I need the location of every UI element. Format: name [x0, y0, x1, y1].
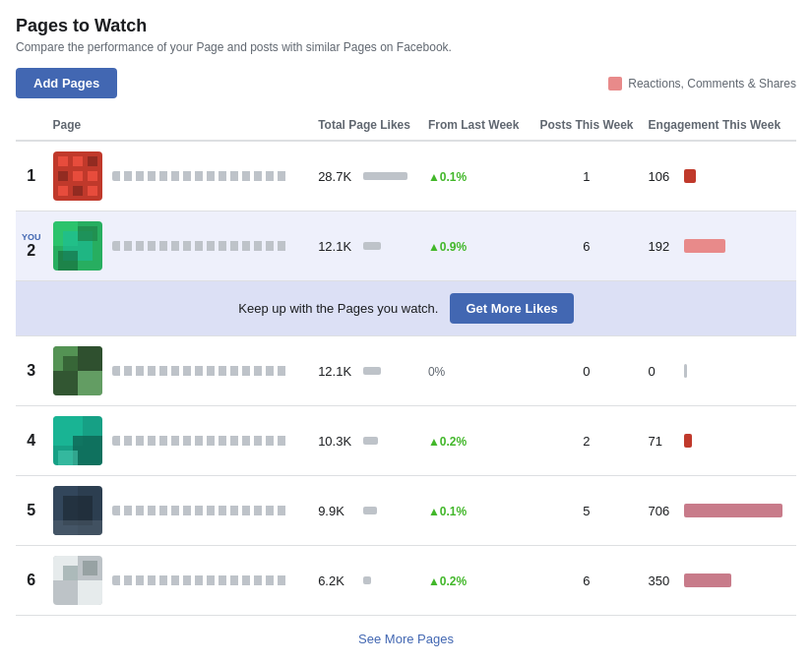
rank-number: 5: [27, 502, 35, 518]
col-posts-header: Posts This Week: [531, 110, 642, 141]
likes-cell: 6.2K: [312, 546, 422, 616]
legend-color-swatch: [608, 77, 622, 91]
engagement-bar: [684, 364, 687, 378]
main-container: Pages to Watch Compare the performance o…: [0, 0, 812, 664]
see-more-link[interactable]: See More Pages: [358, 632, 454, 646]
table-row: 6 6.2K ▲0.2% 6 350: [16, 546, 796, 616]
posts-cell: 5: [531, 476, 642, 546]
engagement-cell: 0: [643, 336, 796, 406]
change-cell: ▲0.1%: [422, 476, 531, 546]
likes-bar: [363, 367, 381, 375]
table-row: 1 28.7K ▲0.1% 1 106: [16, 141, 796, 211]
svg-rect-7: [58, 186, 68, 196]
engagement-number: 106: [649, 169, 676, 184]
page-title: Pages to Watch: [16, 16, 796, 36]
svg-rect-19: [78, 371, 102, 395]
svg-rect-5: [73, 171, 83, 181]
change-value: ▲0.1%: [428, 170, 467, 184]
likes-bar: [363, 242, 381, 250]
engagement-cell: 192: [643, 211, 796, 281]
likes-bar: [363, 507, 377, 514]
engagement-number: 71: [649, 434, 676, 449]
svg-rect-8: [73, 186, 83, 196]
svg-rect-32: [63, 566, 78, 580]
page-cell: [47, 141, 313, 211]
likes-cell: 9.9K: [312, 476, 422, 546]
table-row: 4 10.3K ▲0.2% 2 71: [16, 406, 796, 476]
svg-rect-9: [88, 186, 97, 196]
likes-number: 28.7K: [318, 169, 355, 184]
table-header-row: Page Total Page Likes From Last Week Pos…: [16, 110, 796, 141]
page-cell: [47, 336, 313, 406]
svg-rect-18: [53, 371, 78, 395]
page-avatar: [53, 556, 102, 605]
svg-rect-13: [58, 251, 78, 271]
likes-number: 6.2K: [318, 573, 355, 588]
legend-label: Reactions, Comments & Shares: [628, 77, 796, 91]
engagement-bar: [684, 239, 725, 253]
page-cell: [47, 211, 313, 281]
rank-number: 2: [27, 242, 35, 259]
engagement-cell: 71: [643, 406, 796, 476]
pages-table: Page Total Page Likes From Last Week Pos…: [16, 110, 796, 616]
col-page-header: Page: [47, 110, 313, 141]
page-avatar: [53, 151, 102, 201]
rank-cell: 1: [16, 141, 47, 211]
engagement-bar: [684, 573, 731, 587]
table-row: 5 9.9K ▲0.1% 5 706: [16, 476, 796, 546]
likes-number: 12.1K: [318, 239, 355, 254]
rank-cell: 6: [16, 546, 47, 616]
change-value: ▲0.2%: [428, 435, 467, 449]
likes-cell: 28.7K: [312, 141, 422, 211]
engagement-bar: [684, 169, 696, 183]
page-name-blurred: [112, 241, 289, 251]
posts-cell: 2: [531, 406, 642, 476]
you-badge: YOU: [22, 232, 41, 242]
page-name-blurred: [112, 366, 289, 376]
change-cell: ▲0.9%: [422, 211, 531, 281]
col-likes-header: Total Page Likes: [312, 110, 422, 141]
change-value: ▲0.1%: [428, 505, 467, 518]
svg-rect-3: [88, 156, 97, 166]
page-avatar: [53, 221, 102, 271]
rank-number: 3: [27, 362, 35, 379]
svg-rect-6: [88, 171, 97, 181]
engagement-cell: 106: [643, 141, 796, 211]
cta-row: Keep up with the Pages you watch. Get Mo…: [16, 281, 796, 336]
rank-cell: YOU 2: [16, 211, 47, 281]
page-name-blurred: [112, 171, 289, 181]
likes-cell: 12.1K: [312, 336, 422, 406]
likes-number: 9.9K: [318, 504, 355, 518]
svg-rect-20: [63, 356, 78, 371]
likes-cell: 10.3K: [312, 406, 422, 476]
get-more-likes-button[interactable]: Get More Likes: [450, 293, 573, 324]
see-more-row: See More Pages: [16, 616, 796, 662]
svg-rect-14: [78, 226, 97, 241]
page-name-blurred: [112, 575, 289, 585]
likes-number: 12.1K: [318, 364, 355, 379]
page-name-blurred: [112, 506, 289, 515]
rank-cell: 3: [16, 336, 47, 406]
rank-number: 6: [27, 572, 35, 588]
svg-rect-4: [58, 171, 68, 181]
cta-cell: Keep up with the Pages you watch. Get Mo…: [16, 281, 796, 336]
engagement-number: 192: [649, 239, 676, 254]
change-cell: ▲0.2%: [422, 406, 531, 476]
change-cell: 0%: [422, 336, 531, 406]
posts-cell: 1: [531, 141, 642, 211]
change-cell: ▲0.1%: [422, 141, 531, 211]
page-subtitle: Compare the performance of your Page and…: [16, 40, 796, 54]
svg-rect-2: [73, 156, 83, 166]
engagement-number: 350: [649, 573, 676, 588]
engagement-bar: [684, 434, 692, 448]
page-name-blurred: [112, 436, 289, 446]
likes-number: 10.3K: [318, 434, 355, 449]
svg-rect-17: [78, 346, 102, 371]
table-row: 3 12.1K 0% 0 0: [16, 336, 796, 406]
add-pages-button[interactable]: Add Pages: [16, 68, 117, 98]
posts-cell: 6: [531, 546, 642, 616]
likes-cell: 12.1K: [312, 211, 422, 281]
engagement-number: 0: [649, 364, 676, 379]
change-cell: ▲0.2%: [422, 546, 531, 616]
svg-rect-28: [53, 520, 102, 535]
